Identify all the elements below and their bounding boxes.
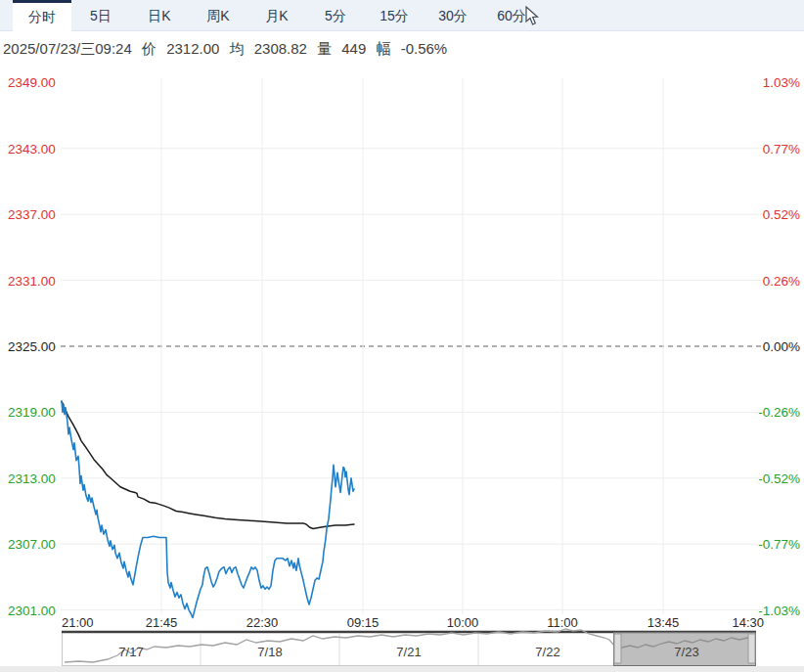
mouse-cursor-icon — [525, 6, 540, 26]
navigator-handle-right[interactable] — [748, 634, 755, 663]
price-line — [62, 401, 354, 617]
intraday-chart-canvas[interactable] — [0, 0, 804, 672]
trading-chart-page: { "colors":{ "up":"#e03232","down":"#25a… — [0, 0, 804, 672]
navigator-handle-left[interactable] — [614, 634, 621, 663]
navigator-selection[interactable] — [614, 633, 756, 666]
average-line — [62, 401, 354, 528]
